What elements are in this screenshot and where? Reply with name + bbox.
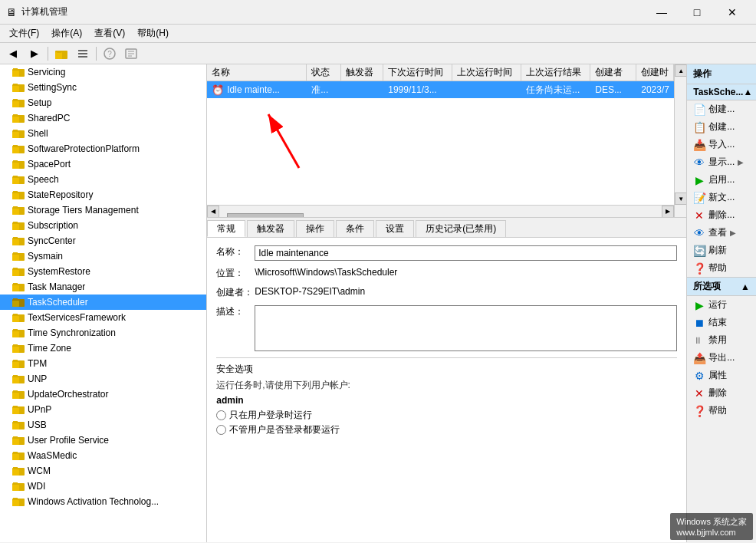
col-nextrun[interactable]: 下次运行时间 [383, 64, 452, 81]
tree-item-textservices[interactable]: TextServicesFramework [0, 310, 206, 325]
folder-button[interactable] [51, 45, 71, 62]
tab-triggers[interactable]: 触发器 [247, 220, 294, 237]
menu-action[interactable]: 操作(A) [45, 25, 88, 41]
tree-item-setup[interactable]: Setup [0, 95, 206, 110]
col-status[interactable]: 状态 [307, 64, 341, 81]
tab-settings[interactable]: 设置 [376, 220, 414, 237]
tree-item-userprofileservice[interactable]: User Profile Service [0, 433, 206, 448]
name-input[interactable] [255, 245, 677, 261]
folder-icon-timesync [12, 327, 25, 338]
tree-item-windowsactivation[interactable]: Windows Activation Technolog... [0, 494, 206, 509]
tree-item-systemrestore[interactable]: SystemRestore [0, 264, 206, 279]
action-properties[interactable]: ⚙ 属性 [687, 367, 756, 384]
tree-item-storagetiermanagement[interactable]: Storage Tiers Management [0, 202, 206, 218]
svg-rect-28 [12, 147, 19, 153]
tree-item-subscription[interactable]: Subscription [0, 218, 206, 233]
col-lastrun[interactable]: 上次运行时间 [452, 64, 521, 81]
maximize-button[interactable]: □ [679, 0, 715, 25]
radio-always[interactable] [216, 425, 226, 435]
create1-icon: 📄 [693, 104, 705, 116]
svg-rect-23 [13, 114, 18, 117]
hscrollbar-left[interactable]: ◀ [207, 206, 219, 218]
tree-item-timezone[interactable]: Time Zone [0, 341, 206, 356]
collapse-icon[interactable]: ▲ [743, 87, 752, 97]
tree-item-softwareprotection[interactable]: SoftwareProtectionPlatform [0, 141, 206, 156]
tree-item-taskmanager[interactable]: Task Manager [0, 279, 206, 295]
forward-button[interactable]: ▶ [25, 45, 44, 62]
svg-rect-25 [12, 132, 19, 138]
col-trigger[interactable]: 触发器 [341, 64, 383, 81]
location-value: \Microsoft\Windows\TaskScheduler [255, 267, 677, 278]
table-row[interactable]: ⏰ Idle mainte... 准... 1999/11/3... 任务尚未运… [207, 81, 674, 98]
tree-item-settingsync[interactable]: SettingSync [0, 80, 206, 95]
tree-item-sysmain[interactable]: Sysmain [0, 248, 206, 264]
tree-item-upnp[interactable]: UPnP [0, 402, 206, 417]
tree-item-shell[interactable]: Shell [0, 126, 206, 141]
action-display[interactable]: 👁 显示... ▶ [687, 153, 756, 171]
scrollbar-up-button[interactable]: ▲ [675, 64, 686, 77]
tree-item-sharedpc[interactable]: SharedPC [0, 110, 206, 126]
action-stop[interactable]: ⏹ 结束 [687, 314, 756, 331]
svg-rect-14 [13, 68, 18, 71]
action-delete2[interactable]: ✕ 删除 [687, 384, 756, 402]
tree-item-speech[interactable]: Speech [0, 172, 206, 187]
tree-item-unp[interactable]: UNP [0, 371, 206, 387]
col-lastresult[interactable]: 上次运行结果 [521, 64, 590, 81]
tree-item-timesync[interactable]: Time Synchronization [0, 325, 206, 341]
col-creator[interactable]: 创建者 [590, 64, 636, 81]
menu-help[interactable]: 帮助(H) [131, 25, 175, 41]
tree-item-synccenter[interactable]: SyncCenter [0, 233, 206, 248]
close-button[interactable]: ✕ [715, 0, 750, 25]
tree-item-updateorchestrator[interactable]: UpdateOrchestrator [0, 387, 206, 402]
tree-item-staterepository[interactable]: StateRepository [0, 187, 206, 202]
desc-label: 描述： [216, 305, 255, 318]
radio-logon[interactable] [216, 410, 226, 420]
minimize-button[interactable]: — [644, 0, 679, 25]
svg-rect-43 [12, 224, 19, 230]
action-disable[interactable]: ⏸ 禁用 [687, 331, 756, 349]
tree-item-waasmedic[interactable]: WaaSMedic [0, 448, 206, 463]
menu-file[interactable]: 文件(F) [3, 25, 45, 41]
action-create1[interactable]: 📄 创建... [687, 100, 756, 118]
tree-item-spaceport[interactable]: SpacePort [0, 156, 206, 172]
scrollbar-down-button[interactable]: ▼ [675, 193, 686, 205]
hscrollbar-right[interactable]: ▶ [662, 206, 674, 218]
tab-general[interactable]: 常规 [207, 220, 245, 237]
action-run[interactable]: ▶ 运行 [687, 296, 756, 314]
menu-view[interactable]: 查看(V) [88, 25, 131, 41]
action-newfile[interactable]: 📝 新文... [687, 189, 756, 206]
tree-item-wcm[interactable]: WCM [0, 463, 206, 479]
properties-button[interactable] [121, 45, 141, 62]
tree-item-servicing[interactable]: Servicing [0, 64, 206, 80]
left-panel[interactable]: Servicing SettingSync Setup SharedPC She… [0, 64, 207, 542]
tree-item-tpm[interactable]: TPM [0, 356, 206, 371]
action-enable[interactable]: ▶ 启用... [687, 171, 756, 189]
desc-textarea[interactable] [255, 305, 677, 351]
action-create2[interactable]: 📋 创建... [687, 118, 756, 136]
help-button[interactable]: ? [100, 45, 120, 62]
back-button[interactable]: ◀ [3, 45, 23, 62]
tab-conditions[interactable]: 条件 [336, 220, 374, 237]
col-created[interactable]: 创建时 [636, 64, 674, 81]
action-export[interactable]: 📤 导出... [687, 349, 756, 367]
action-import[interactable]: 📥 导入... [687, 136, 756, 153]
tab-actions[interactable]: 操作 [296, 220, 334, 237]
action-delete1[interactable]: ✕ 删除... [687, 206, 756, 224]
svg-rect-92 [13, 467, 18, 469]
tab-history[interactable]: 历史记录(已禁用) [416, 220, 506, 237]
action-help1[interactable]: ❓ 帮助 [687, 259, 756, 277]
folder-icon-userprofileservice [12, 435, 25, 446]
col-name[interactable]: 名称 [207, 64, 307, 81]
table-hscrollbar[interactable]: ◀ ▶ [207, 205, 674, 217]
selected-collapse-icon[interactable]: ▲ [741, 281, 750, 292]
list-button[interactable] [73, 45, 93, 62]
action-view[interactable]: 👁 查看 ▶ [687, 224, 756, 242]
tree-item-wdi[interactable]: WDI [0, 479, 206, 494]
action-refresh[interactable]: 🔄 刷新 [687, 242, 756, 259]
action-help2[interactable]: ❓ 帮助 [687, 402, 756, 420]
table-vscrollbar[interactable]: ▲ ▼ [674, 64, 686, 217]
tree-item-taskscheduler[interactable]: TaskScheduler [0, 295, 206, 310]
properties-icon [125, 48, 137, 60]
tree-item-usb[interactable]: USB [0, 417, 206, 433]
folder-icon-wdi [12, 481, 25, 492]
